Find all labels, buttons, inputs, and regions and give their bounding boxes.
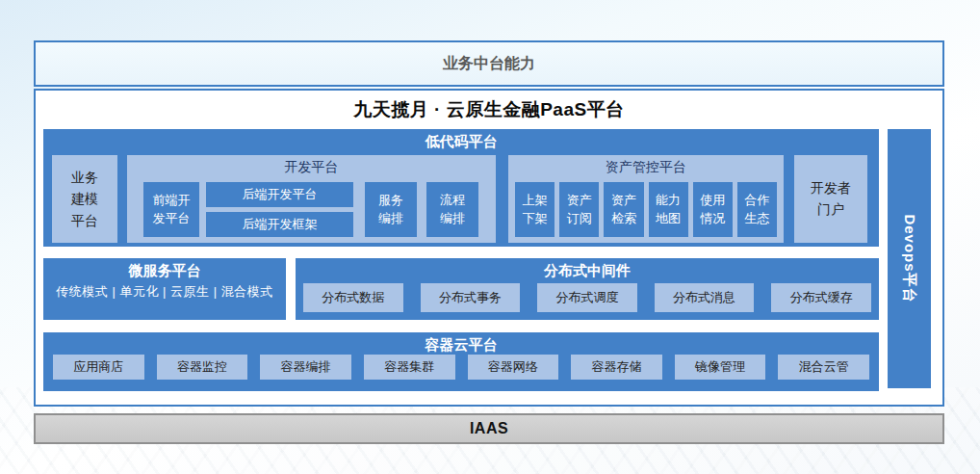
- container-title: 容器云平台: [43, 332, 879, 355]
- box-container-network: 容器网络: [468, 355, 559, 380]
- dev-platform-title: 开发平台: [127, 155, 496, 176]
- box-capability-map: 能力 地图: [649, 182, 688, 237]
- box-container-orchestration: 容器编排: [260, 355, 351, 380]
- lowcode-title: 低代码平台: [43, 129, 879, 151]
- architecture-diagram: 业务中台能力 九天揽月 · 云原生金融PaaS平台 低代码平台 业务 建模 平台…: [0, 0, 980, 474]
- box-frontend-dev-platform: 前端开 发平台: [143, 182, 199, 237]
- box-asset-search: 资产 检索: [604, 182, 643, 237]
- box-hybrid-cloud-management: 混合云管: [778, 355, 869, 380]
- section-lowcode-platform: 低代码平台 业务 建模 平台 开发平台 前端开 发平台 后端开发平台 后端开发框…: [43, 129, 879, 247]
- business-midplatform-banner: 业务中台能力: [34, 40, 944, 87]
- group-development-platform: 开发平台 前端开 发平台 后端开发平台 后端开发框架 服务 编排 流程 编排: [127, 155, 496, 243]
- microservice-modes: 传统模式 | 单元化 | 云原生 | 混合模式: [43, 283, 286, 301]
- asset-platform-title: 资产管控平台: [508, 155, 784, 176]
- banner-label: 业务中台能力: [443, 54, 535, 74]
- box-container-cluster: 容器集群: [364, 355, 455, 380]
- box-container-storage: 容器存储: [571, 355, 662, 380]
- middleware-items-row: 分布式数据 分布式事务 分布式调度 分布式消息 分布式缓存: [303, 283, 871, 312]
- container-items-row: 应用商店 容器监控 容器编排 容器集群 容器网络 容器存储 镜像管理 混合云管: [53, 355, 869, 380]
- microservice-title: 微服务平台: [43, 258, 286, 280]
- middleware-title: 分布式中间件: [296, 258, 879, 280]
- backend-stack: 后端开发平台 后端开发框架: [206, 182, 353, 237]
- box-process-orchestration: 流程 编排: [426, 182, 478, 237]
- section-container-cloud-platform: 容器云平台 应用商店 容器监控 容器编排 容器集群 容器网络 容器存储 镜像管理…: [43, 332, 879, 391]
- box-container-monitoring: 容器监控: [157, 355, 248, 380]
- box-cooperation-ecosystem: 合作 生态: [737, 182, 777, 237]
- box-distributed-data: 分布式数据: [303, 283, 403, 312]
- box-distributed-transaction: 分布式事务: [421, 283, 521, 312]
- box-service-orchestration: 服务 编排: [365, 182, 417, 237]
- box-usage-status: 使用 情况: [693, 182, 733, 237]
- iaas-bar: IAAS: [34, 413, 944, 444]
- box-business-modeling-platform: 业务 建模 平台: [52, 155, 117, 243]
- box-asset-subscription: 资产 订阅: [559, 182, 599, 237]
- paas-platform-panel: 九天揽月 · 云原生金融PaaS平台 低代码平台 业务 建模 平台 开发平台 前…: [34, 89, 944, 407]
- box-distributed-cache: 分布式缓存: [771, 283, 871, 312]
- group-asset-control-platform: 资产管控平台 上架 下架 资产 订阅 资产 检索 能力 地图 使用 情况 合作 …: [508, 155, 784, 243]
- box-distributed-message: 分布式消息: [655, 283, 755, 312]
- box-developer-portal: 开发者 门户: [794, 155, 867, 243]
- box-backend-dev-platform: 后端开发平台: [206, 182, 353, 207]
- section-devops-platform: Devops平台: [888, 129, 931, 388]
- section-distributed-middleware: 分布式中间件 分布式数据 分布式事务 分布式调度 分布式消息 分布式缓存: [296, 258, 879, 320]
- devops-label: Devops平台: [900, 214, 918, 303]
- iaas-label: IAAS: [470, 420, 508, 437]
- box-backend-dev-framework: 后端开发框架: [206, 212, 353, 237]
- box-asset-onoff-shelf: 上架 下架: [515, 182, 554, 237]
- box-distributed-scheduling: 分布式调度: [537, 283, 637, 312]
- section-microservice-platform: 微服务平台 传统模式 | 单元化 | 云原生 | 混合模式: [43, 258, 286, 320]
- box-image-management: 镜像管理: [675, 355, 766, 380]
- asset-items-row: 上架 下架 资产 订阅 资产 检索 能力 地图 使用 情况 合作 生态: [515, 182, 777, 237]
- platform-title: 九天揽月 · 云原生金融PaaS平台: [36, 97, 942, 122]
- box-app-store: 应用商店: [53, 355, 144, 380]
